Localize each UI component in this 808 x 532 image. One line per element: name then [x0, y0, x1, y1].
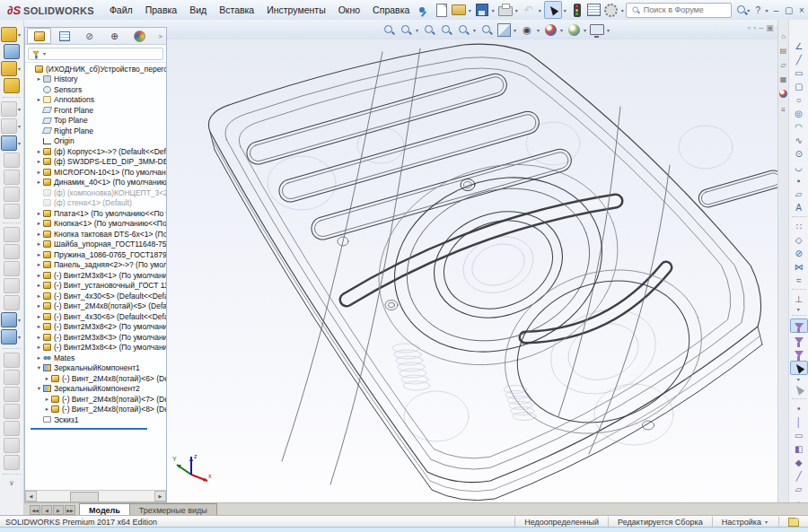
point-button[interactable]: ▪ — [791, 174, 807, 187]
new-motion-study-button[interactable] — [4, 187, 20, 202]
edit-appearance-button[interactable] — [542, 22, 558, 38]
doc-restore-icon[interactable]: ▣ — [766, 23, 774, 32]
search-dropdown-icon[interactable]: ▾ — [747, 7, 750, 13]
feature-a-button[interactable] — [4, 353, 20, 368]
feature-d-button[interactable] — [4, 404, 20, 419]
panel-tabs-expand-icon[interactable]: > — [158, 32, 166, 40]
tab-display-pane[interactable] — [52, 28, 76, 44]
bill-of-materials-button[interactable] — [586, 2, 602, 18]
tree-expand-icon[interactable]: ▸ — [35, 75, 43, 83]
smart-dimension-button[interactable]: ∠ — [791, 39, 807, 52]
sf-vertex-button[interactable]: • — [791, 402, 807, 414]
circle-small-button[interactable]: ⊙ — [791, 147, 807, 160]
tree-item-18[interactable]: ▸Шайба_упорная_ГОСТ11648-75<1> (По у — [25, 240, 166, 250]
tree-item-33[interactable]: ▸(-) Винт_2М4х8(потай)<7> (Default<< — [25, 394, 166, 405]
sketch-relations-button[interactable]: ⊥ — [791, 292, 807, 305]
tree-expand-icon[interactable]: ▾ — [35, 364, 43, 371]
tree-item-35[interactable]: Эскиз1 — [25, 414, 166, 425]
tree-item-7[interactable]: Right Plane — [25, 126, 166, 136]
options-gear-dropdown-icon[interactable]: ▾ — [621, 7, 624, 13]
pan-button[interactable] — [479, 22, 495, 38]
tree-expand-icon[interactable]: ▸ — [35, 179, 43, 186]
rebuild-traffic-light-button[interactable] — [569, 2, 585, 18]
hide-show-items-dropdown-icon[interactable]: ▾ — [537, 27, 540, 33]
print-dropdown-icon[interactable]: ▾ — [515, 7, 518, 13]
tab-display-manager[interactable] — [127, 28, 152, 44]
graphics-viewport[interactable]: x Y z — [167, 39, 777, 502]
tree-expand-icon[interactable]: ▸ — [35, 96, 43, 103]
move-component-button[interactable]: ▾ — [1, 118, 22, 134]
sketch-line-button[interactable]: ╱ — [791, 53, 807, 65]
lasso-cursor-button[interactable] — [791, 383, 807, 396]
more-tools-icon[interactable]: ∨ — [9, 479, 14, 487]
new-document-button[interactable] — [434, 2, 450, 18]
instant-3d-button[interactable] — [4, 295, 20, 310]
circle-button[interactable]: ○ — [791, 93, 807, 106]
view-settings-dropdown-icon[interactable]: ▾ — [607, 27, 610, 33]
smart-fasteners-button[interactable] — [4, 78, 20, 93]
select-cursor-dropdown-icon[interactable]: ▾ — [797, 376, 800, 382]
interference-detection-button[interactable] — [4, 227, 20, 242]
assembly-features-button[interactable] — [4, 153, 20, 168]
tab-last-icon[interactable]: ▶▶ — [65, 505, 75, 515]
menu-item-2[interactable]: Правка — [139, 2, 183, 18]
tree-item-9[interactable]: ▸(ф) Корпус<1>->? (Default<<Default>_Ph — [25, 146, 166, 157]
spline-button[interactable]: ∿ — [791, 134, 807, 146]
corner-rectangle-2-button[interactable]: ▭ — [791, 66, 807, 79]
tab-dimxpert[interactable]: ⊘ — [77, 28, 101, 44]
zoom-to-area-button[interactable] — [398, 22, 414, 38]
open-dropdown-icon[interactable]: ▾ — [469, 7, 471, 13]
sf-edge-button[interactable]: │ — [791, 415, 807, 428]
filter-edges-button[interactable] — [791, 334, 807, 346]
select-button[interactable] — [544, 1, 562, 19]
clearance-verification-button[interactable] — [4, 244, 20, 259]
apply-scene-button[interactable] — [566, 22, 582, 38]
display-style-button[interactable] — [496, 22, 512, 38]
sf-plane-button[interactable]: ▱ — [791, 483, 807, 495]
file-explorer-icon[interactable]: ▱ — [781, 61, 786, 69]
sketch-pattern-button[interactable]: ∷ — [791, 220, 807, 232]
edit-component-dropdown-icon[interactable]: ▾ — [18, 140, 21, 146]
plane-tool-button[interactable]: ▱ — [791, 188, 807, 200]
mate-button[interactable] — [4, 44, 20, 59]
tree-expand-icon[interactable]: ▸ — [35, 344, 43, 351]
tree-expand-icon[interactable]: ▸ — [35, 302, 43, 310]
tree-expand-icon[interactable]: ▸ — [35, 282, 43, 289]
filter-faces-button[interactable] — [791, 347, 807, 360]
zoom-to-area-dropdown-icon[interactable]: ▾ — [416, 27, 418, 33]
tree-item-19[interactable]: ▸Пружина_1086-0765_ГОСТ18793-80<2> (П — [25, 249, 166, 260]
tree-expand-icon[interactable]: ▸ — [35, 220, 43, 227]
help-dropdown-icon[interactable]: ▾ — [765, 7, 768, 13]
tab-next-icon[interactable]: ▶ — [53, 505, 64, 515]
tree-item-26[interactable]: ▸(-) Винт2М3х8<2> (По умолчанию<<По у — [25, 322, 166, 333]
select-cursor-button[interactable] — [790, 361, 808, 375]
tangent-arc-button[interactable]: ◡ — [791, 161, 807, 173]
tree-expand-icon[interactable]: ▸ — [35, 334, 43, 341]
scroll-left-icon[interactable]: ◀ — [25, 491, 37, 501]
tree-item-25[interactable]: ▸(-) Винт_4х30<6> (Default<<Default>_Сос… — [25, 311, 166, 322]
offset-entities-button[interactable]: ≈ — [791, 274, 807, 286]
view-palette-icon[interactable]: ▦ — [780, 75, 787, 83]
sf-solid-button[interactable]: ◆ — [791, 456, 807, 468]
tab-configurations[interactable]: ⊕ — [102, 28, 127, 44]
tree-expand-icon[interactable]: ▾ — [35, 385, 43, 392]
doc-minimize-icon[interactable]: – — [759, 23, 763, 32]
tree-item-17[interactable]: ▸Кнопка тактовая DTS-6x<1> (По умолчан — [25, 229, 166, 240]
dock-right-icon[interactable]: ▫ — [753, 23, 756, 32]
tree-expand-icon[interactable]: ▸ — [35, 313, 43, 320]
rotate-view-button[interactable] — [455, 22, 471, 38]
tree-item-22[interactable]: ▸(-) Винт_установочный_ГОСТ 11074-93<5 — [25, 281, 166, 292]
insert-components-dropdown-icon[interactable]: ▾ — [18, 31, 21, 38]
filter-dropdown-icon[interactable]: ▾ — [43, 50, 46, 57]
tree-expand-icon[interactable]: ▸ — [35, 292, 43, 300]
trim-entities-button[interactable]: ⊘ — [791, 247, 807, 259]
scroll-track[interactable] — [37, 492, 154, 501]
options-gear-button[interactable] — [603, 2, 619, 18]
tree-expand-icon[interactable]: ▸ — [35, 210, 43, 217]
tree-item-11[interactable]: ▸MICROFON-10<1> (По умолчанию<<По — [25, 167, 166, 178]
menu-item-7[interactable]: Справка — [366, 2, 416, 18]
print-button[interactable] — [497, 2, 514, 18]
status-tag[interactable] — [778, 517, 808, 527]
tree-item-6[interactable]: Top Plane — [25, 116, 166, 126]
tab-featuremanager-design-tree[interactable] — [27, 28, 51, 44]
